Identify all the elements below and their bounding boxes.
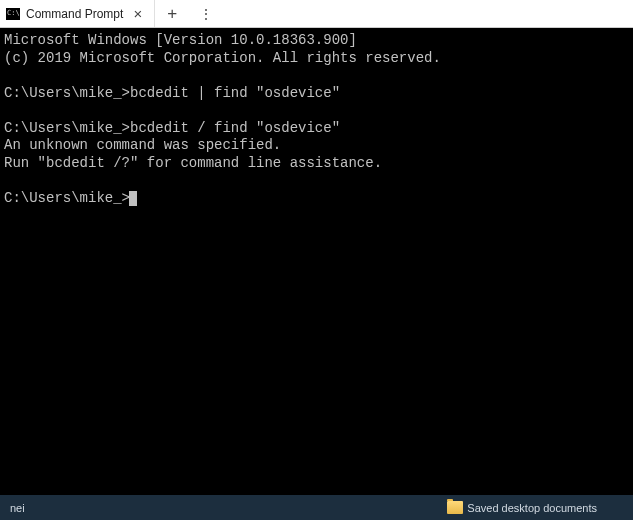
taskbar-item[interactable]: Saved desktop documents — [441, 499, 603, 516]
new-tab-button[interactable]: + — [155, 5, 189, 22]
tab-bar: C:\ Command Prompt × + ⋮ — [0, 0, 633, 28]
terminal-line: C:\Users\mike_>bcdedit | find "osdevice" — [4, 85, 340, 101]
tab-title: Command Prompt — [26, 7, 123, 21]
folder-icon — [447, 501, 463, 514]
taskbar-label: Saved desktop documents — [467, 502, 597, 514]
taskbar: nei Saved desktop documents — [0, 495, 633, 520]
terminal-prompt: C:\Users\mike_> — [4, 190, 130, 206]
terminal-line: Microsoft Windows [Version 10.0.18363.90… — [4, 32, 357, 48]
terminal-line: C:\Users\mike_>bcdedit / find "osdevice" — [4, 120, 340, 136]
tab-command-prompt[interactable]: C:\ Command Prompt × — [0, 0, 155, 27]
cursor — [129, 191, 137, 206]
terminal-output[interactable]: Microsoft Windows [Version 10.0.18363.90… — [0, 28, 633, 495]
cmd-icon: C:\ — [6, 8, 20, 20]
taskbar-label: nei — [10, 502, 25, 514]
close-icon[interactable]: × — [129, 6, 146, 21]
terminal-line: An unknown command was specified. — [4, 137, 281, 153]
terminal-line: (c) 2019 Microsoft Corporation. All righ… — [4, 50, 441, 66]
terminal-line: Run "bcdedit /?" for command line assist… — [4, 155, 382, 171]
taskbar-item[interactable]: nei — [4, 500, 31, 516]
menu-icon[interactable]: ⋮ — [189, 7, 222, 21]
